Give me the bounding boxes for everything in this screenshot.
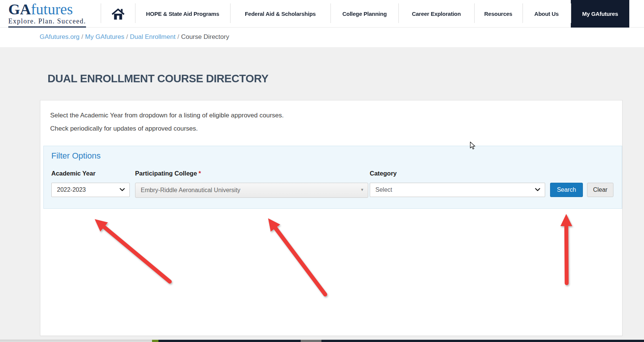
logo-brand-primary: GA xyxy=(8,1,31,18)
nav-item-label: My GAfutures xyxy=(582,11,618,17)
chevron-down-icon xyxy=(120,188,125,191)
breadcrumb-current: Course Directory xyxy=(181,33,229,40)
breadcrumb: GAfutures.org/My GAfutures/Dual Enrollme… xyxy=(40,33,229,41)
nav-item-hope-state-aid[interactable]: HOPE & State Aid Programs xyxy=(135,0,230,28)
nav-item-home[interactable] xyxy=(101,0,135,28)
breadcrumb-separator: / xyxy=(177,33,179,40)
breadcrumb-separator: / xyxy=(126,33,128,40)
main-content: DUAL ENROLLMENT COURSE DIRECTORY Select … xyxy=(0,47,644,342)
academic-year-label: Academic Year xyxy=(51,170,95,177)
site-header: GAfutures Explore. Plan. Succeed. HOPE & xyxy=(0,0,644,28)
logo-brand-secondary: futures xyxy=(31,1,73,18)
filter-options-panel: Filter Options Academic Year Participati… xyxy=(43,146,622,209)
nav-item-label: About Us xyxy=(535,11,559,17)
nav-item-resources[interactable]: Resources xyxy=(474,0,523,28)
nav-item-label: HOPE & State Aid Programs xyxy=(146,11,219,17)
participating-college-dropdown[interactable]: Embry-Riddle Aeronautical University ▼ xyxy=(135,183,368,198)
required-asterisk: * xyxy=(198,170,201,177)
filter-options-heading: Filter Options xyxy=(51,151,101,161)
home-icon xyxy=(112,8,124,20)
nav-item-college-planning[interactable]: College Planning xyxy=(330,0,398,28)
footer-strip xyxy=(0,340,644,342)
nav-item-label: Federal Aid & Scholarships xyxy=(245,11,316,17)
instruction-line-2: Check periodically for updates of approv… xyxy=(50,125,198,132)
nav-item-label: Career Exploration xyxy=(412,11,461,17)
nav-item-my-gafutures[interactable]: My GAfutures xyxy=(571,0,629,28)
breadcrumb-separator: / xyxy=(81,33,83,40)
footer-segment xyxy=(321,340,644,342)
breadcrumb-link-gafutures-org[interactable]: GAfutures.org xyxy=(40,33,80,40)
nav-item-label: College Planning xyxy=(342,11,387,17)
gafutures-logo[interactable]: GAfutures Explore. Plan. Succeed. xyxy=(8,2,86,28)
footer-segment xyxy=(301,340,321,342)
logo-tagline: Explore. Plan. Succeed. xyxy=(8,17,86,28)
dropdown-arrow-icon: ▼ xyxy=(360,188,364,192)
category-label: Category xyxy=(370,170,397,177)
breadcrumb-link-my-gafutures[interactable]: My GAfutures xyxy=(85,33,124,40)
participating-college-label: Participating College* xyxy=(135,170,201,177)
search-button[interactable]: Search xyxy=(550,183,583,197)
category-value: Select xyxy=(375,186,392,193)
nav-item-career-exploration[interactable]: Career Exploration xyxy=(398,0,474,28)
footer-segment xyxy=(158,340,301,342)
participating-college-label-text: Participating College xyxy=(135,170,197,177)
page-title: DUAL ENROLLMENT COURSE DIRECTORY xyxy=(48,72,268,85)
chevron-down-icon xyxy=(535,188,540,191)
participating-college-value: Embry-Riddle Aeronautical University xyxy=(141,187,240,194)
content-card: Select the Academic Year from dropdown f… xyxy=(40,100,622,336)
academic-year-value: 2022-2023 xyxy=(57,186,86,193)
logo-wordmark: GAfutures xyxy=(8,2,86,17)
mouse-cursor-icon xyxy=(470,142,477,151)
instruction-line-1: Select the Academic Year from dropdown f… xyxy=(50,112,284,119)
nav-item-federal-aid[interactable]: Federal Aid & Scholarships xyxy=(230,0,330,28)
footer-segment xyxy=(152,340,158,342)
nav-item-label: Resources xyxy=(484,11,512,17)
footer-segment xyxy=(0,340,152,342)
clear-button[interactable]: Clear xyxy=(587,183,613,197)
breadcrumb-link-dual-enrollment[interactable]: Dual Enrollment xyxy=(130,33,175,40)
breadcrumb-bar: GAfutures.org/My GAfutures/Dual Enrollme… xyxy=(0,28,644,47)
academic-year-select[interactable]: 2022-2023 xyxy=(51,183,130,197)
main-nav: HOPE & State Aid Programs Federal Aid & … xyxy=(101,0,629,28)
page: GAfutures Explore. Plan. Succeed. HOPE & xyxy=(0,0,644,342)
nav-item-about-us[interactable]: About Us xyxy=(523,0,571,28)
category-select[interactable]: Select xyxy=(370,183,545,197)
